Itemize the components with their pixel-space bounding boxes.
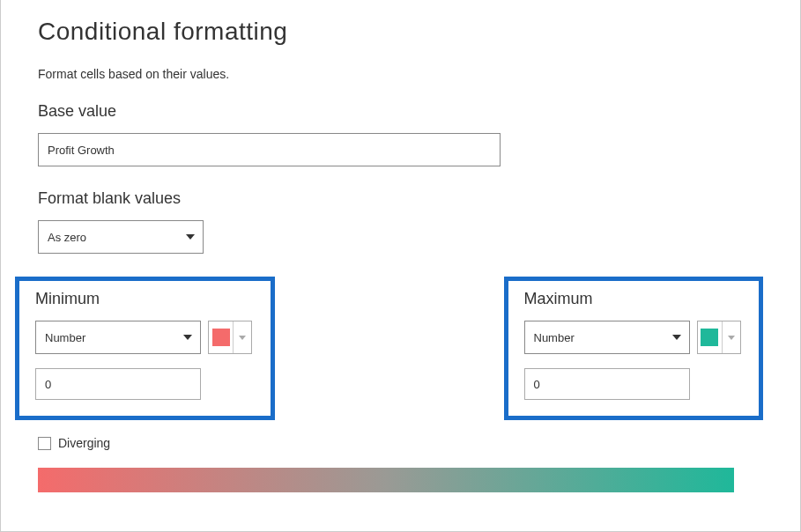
chevron-down-icon bbox=[723, 321, 740, 353]
base-value-label: Base value bbox=[38, 102, 763, 121]
page-subtitle: Format cells based on their values. bbox=[38, 67, 763, 81]
gradient-preview bbox=[38, 468, 734, 492]
maximum-value-input[interactable] bbox=[524, 368, 690, 400]
maximum-label: Maximum bbox=[524, 290, 744, 308]
chevron-down-icon bbox=[234, 321, 251, 353]
diverging-checkbox-row[interactable]: Diverging bbox=[38, 436, 763, 450]
maximum-color-swatch bbox=[698, 321, 723, 353]
minimum-group: Minimum Number bbox=[15, 277, 275, 420]
minimum-color-swatch bbox=[209, 321, 234, 353]
maximum-group: Maximum Number bbox=[504, 277, 764, 420]
minimum-type-select[interactable]: Number bbox=[35, 321, 201, 354]
conditional-formatting-panel: Conditional formatting Format cells base… bbox=[1, 0, 800, 531]
format-blank-label: Format blank values bbox=[38, 189, 763, 208]
minimum-label: Minimum bbox=[35, 290, 255, 308]
minimum-color-picker[interactable] bbox=[208, 321, 252, 354]
diverging-checkbox[interactable] bbox=[38, 437, 51, 450]
format-blank-select[interactable]: As zero bbox=[38, 220, 204, 254]
minimum-value-input[interactable] bbox=[35, 368, 201, 400]
base-value-input[interactable] bbox=[38, 133, 501, 166]
page-title: Conditional formatting bbox=[38, 18, 763, 46]
maximum-type-select[interactable]: Number bbox=[524, 321, 690, 354]
diverging-label: Diverging bbox=[58, 436, 110, 450]
maximum-color-picker[interactable] bbox=[697, 321, 741, 354]
